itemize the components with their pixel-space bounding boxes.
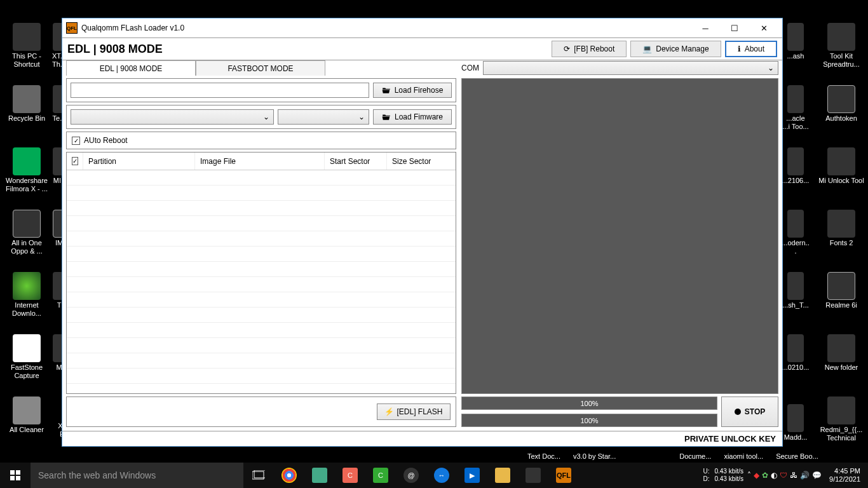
table-row[interactable] (67, 353, 456, 369)
table-row[interactable] (67, 216, 456, 231)
desktop-icon[interactable]: All in One Oppo & ... (4, 210, 50, 255)
desktop-icon[interactable]: ...acle ...i Too... (782, 85, 810, 131)
log-output[interactable] (461, 78, 778, 394)
auto-reboot-panel: ✓ AUto Reboot (66, 132, 456, 149)
desktop-icon[interactable]: New folder (818, 334, 864, 372)
load-firmware-button[interactable]: Load Fimware (373, 109, 452, 125)
table-row[interactable] (67, 186, 456, 201)
info-icon: ℹ (738, 44, 741, 53)
desktop-icon[interactable]: Redmi_9_{{... Technical (818, 396, 864, 442)
tray-up-icon[interactable]: ˄ (747, 471, 751, 480)
maximize-button[interactable]: ☐ (720, 19, 749, 37)
desktop-icon[interactable]: This PC - Shortcut (4, 23, 50, 69)
col-size[interactable]: Size Sector (387, 152, 456, 170)
tab-edl[interactable]: EDL | 9008 MODE (66, 60, 196, 76)
taskbar-app-chrome[interactable] (274, 463, 304, 488)
col-start[interactable]: Start Sector (325, 152, 387, 170)
svg-rect-0 (10, 470, 15, 475)
taskbar-app[interactable]: C (335, 463, 365, 488)
tray-icons[interactable]: ˄ ◆ ✿ ◐ 🛡 🖧 🔊 💬 (747, 471, 822, 480)
taskbar-clock[interactable]: 4:45 PM 9/12/2021 (825, 467, 864, 484)
taskbar-app[interactable]: @ (396, 463, 426, 488)
table-row[interactable] (67, 277, 456, 292)
taskbar-app-explorer[interactable] (487, 463, 518, 488)
mode-title: EDL | 9008 MODE (67, 43, 163, 56)
table-body[interactable] (67, 170, 456, 393)
auto-reboot-checkbox[interactable]: ✓ (72, 137, 80, 145)
tray-icon[interactable]: ◆ (754, 471, 759, 480)
desktop-icon[interactable]: ...sh_T... (782, 272, 810, 309)
load-firmware-label: Load Fimware (395, 112, 443, 121)
device-manage-button[interactable]: 💻 Device Manage (630, 41, 721, 57)
desktop-icon[interactable]: ...odern... (782, 210, 810, 255)
table-row[interactable] (67, 231, 456, 247)
taskbar-search[interactable]: Search the web and Windows (31, 463, 243, 488)
desktop-icon[interactable]: Wondershare Filmora X - ... (4, 147, 50, 193)
desktop-icon[interactable]: Recycle Bin (4, 85, 50, 123)
firmware-dropdown-2[interactable] (278, 109, 369, 125)
desktop-icon[interactable]: Mi Unlock Tool (818, 147, 864, 185)
firmware-dropdown-1[interactable] (71, 109, 274, 125)
taskbar-app[interactable] (304, 463, 335, 488)
taskbar-app[interactable]: ↔ (426, 463, 457, 488)
taskbar-app[interactable]: ▶ (457, 463, 487, 488)
col-image[interactable]: Image File (195, 152, 325, 170)
tab-fastboot[interactable]: FASTBOOT MODE (196, 60, 325, 76)
taskbar-app-qfl[interactable]: QFL (548, 463, 579, 488)
partition-table: ✓ Partition Image File Start Sector Size… (66, 152, 456, 394)
taskbar: Search the web and Windows C C @ ↔ ▶ QFL… (0, 463, 868, 488)
com-port-dropdown[interactable] (483, 61, 778, 75)
table-row[interactable] (67, 308, 456, 323)
tray-action-center-icon[interactable]: 💬 (812, 471, 822, 480)
desktop-icon[interactable]: Internet Downlo... (4, 272, 50, 318)
task-view-button[interactable] (243, 463, 274, 488)
table-row[interactable] (67, 170, 456, 186)
table-row[interactable] (67, 262, 456, 277)
about-button[interactable]: ℹ About (725, 41, 777, 57)
tray-icon[interactable]: ◐ (771, 471, 777, 480)
refresh-icon: ⟳ (564, 44, 570, 53)
desktop-icon[interactable]: Authtoken (818, 85, 864, 123)
firehose-path-input[interactable] (71, 83, 369, 98)
col-partition[interactable]: Partition (83, 152, 195, 170)
table-row[interactable] (67, 338, 456, 353)
load-firehose-button[interactable]: Load Firehose (373, 83, 452, 98)
app-icon: QFL (66, 22, 78, 34)
desktop-icon[interactable]: Madd... (782, 404, 810, 442)
load-firehose-label: Load Firehose (395, 86, 444, 95)
tray-volume-icon[interactable]: 🔊 (800, 471, 810, 480)
table-row[interactable] (67, 201, 456, 216)
start-button[interactable] (0, 463, 31, 488)
desktop-icon[interactable]: FastStone Capture (4, 334, 50, 380)
desktop-icon[interactable]: Fonts 2 (818, 210, 864, 247)
fb-reboot-button[interactable]: ⟳ [FB] Reboot (552, 41, 627, 57)
table-row[interactable] (67, 323, 456, 338)
desktop-icon[interactable]: Realme 6i (818, 272, 864, 309)
footer-text: PRIVATE UNLOCK KEY (684, 434, 776, 444)
select-all-checkbox[interactable]: ✓ (72, 157, 78, 165)
table-row[interactable] (67, 292, 456, 308)
taskbar-app[interactable] (518, 463, 548, 488)
clock-time: 4:45 PM (829, 467, 860, 475)
tray-network-icon[interactable]: 🖧 (790, 471, 797, 480)
tray-icon[interactable]: 🛡 (780, 471, 787, 480)
desktop-icon[interactable]: All Cleaner (4, 396, 50, 434)
table-row[interactable] (67, 247, 456, 262)
titlebar[interactable]: QFL Qualqomm FLash Loader v1.0 ─ ☐ ✕ (62, 18, 782, 37)
desktop-icon[interactable]: Tool Kit Spreadtru... (818, 23, 864, 69)
table-row[interactable] (67, 369, 456, 384)
folder-open-icon (382, 86, 391, 94)
tray-icon[interactable]: ✿ (762, 471, 768, 480)
desktop-icon[interactable]: ...2106... (782, 147, 810, 185)
search-placeholder: Search the web and Windows (38, 470, 156, 480)
stop-button[interactable]: STOP (721, 396, 778, 427)
minimize-button[interactable]: ─ (691, 19, 720, 37)
close-button[interactable]: ✕ (749, 19, 778, 37)
device-manage-label: Device Manage (656, 44, 709, 53)
header-row: EDL | 9008 MODE ⟳ [FB] Reboot 💻 Device M… (62, 37, 782, 60)
desktop-icon[interactable]: ...0210... (782, 334, 810, 372)
taskbar-app[interactable]: C (365, 463, 396, 488)
desktop-icon[interactable]: ...ash (782, 23, 810, 60)
edl-flash-button[interactable]: ⚡ [EDL] FLASH (377, 403, 451, 420)
about-label: About (745, 44, 764, 53)
